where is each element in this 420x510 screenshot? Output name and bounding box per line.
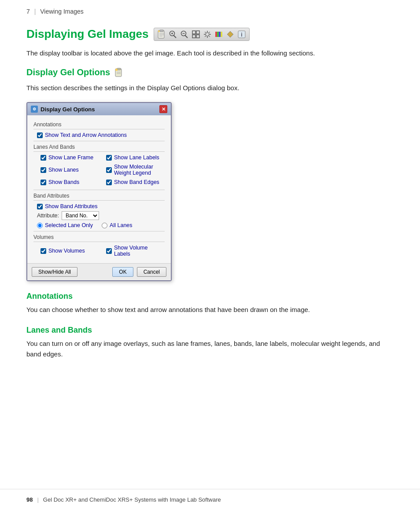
main-content: Displaying Gel Images <box>0 19 420 489</box>
checkbox-show-lanes[interactable]: Show Lanes <box>41 164 99 176</box>
dialog-annotations-label: Annotations <box>33 121 165 129</box>
display-gel-options-description: This section describes the settings in t… <box>26 83 394 93</box>
svg-rect-35 <box>115 69 118 71</box>
checkbox-show-lane-labels[interactable]: Show Lane Labels <box>106 154 165 161</box>
divider-2 <box>33 190 165 190</box>
radio-selected-lane-label[interactable]: Selected Lane Only <box>37 222 93 228</box>
svg-rect-26 <box>215 32 217 37</box>
footer-page-number: 98 <box>26 496 33 503</box>
breadcrumb-sep: | <box>34 8 36 15</box>
show-volume-labels-checkbox[interactable] <box>106 248 112 254</box>
toolbar-icon-brightness[interactable] <box>203 29 212 39</box>
display-gel-options-heading-row: Display Gel Options <box>26 67 394 77</box>
toolbar-icon-paint[interactable] <box>225 29 235 39</box>
radio-selected-lane[interactable] <box>37 223 43 228</box>
checkbox-show-lane-frame[interactable]: Show Lane Frame <box>41 154 99 161</box>
attribute-row: Attribute: Band No. Rf MW <box>37 211 165 220</box>
show-band-attributes-label: Show Band Attributes <box>45 203 98 209</box>
attribute-label-text: Attribute: <box>37 213 59 219</box>
svg-rect-15 <box>192 35 195 38</box>
show-lanes-checkbox[interactable] <box>41 167 46 173</box>
svg-line-23 <box>209 36 210 37</box>
checkbox-show-bands[interactable]: Show Bands <box>41 179 99 185</box>
svg-rect-28 <box>219 32 221 37</box>
checkbox-show-band-edges[interactable]: Show Band Edges <box>106 179 165 185</box>
svg-rect-27 <box>217 32 219 37</box>
cancel-button[interactable]: Cancel <box>137 267 166 277</box>
show-text-annotations-checkbox[interactable] <box>37 132 43 138</box>
intro-text: The display toolbar is located above the… <box>26 48 394 59</box>
dialog-ok-cancel-group: OK Cancel <box>112 267 166 277</box>
ok-button[interactable]: OK <box>112 267 133 277</box>
dialog-body: Annotations Show Text and Arrow Annotati… <box>27 115 171 263</box>
svg-line-25 <box>205 36 206 37</box>
radio-all-lanes-label[interactable]: All Lanes <box>102 222 132 228</box>
lanes-bands-checkboxes: Show Lane Frame Show Lane Labels Show La… <box>37 154 165 187</box>
checkbox-show-volume-labels[interactable]: Show Volume Labels <box>106 245 165 257</box>
toolbar-icon-zoom-out[interactable] <box>180 29 189 39</box>
svg-point-17 <box>206 33 209 36</box>
checkbox-show-mw-legend[interactable]: Show Molecular Weight Legend <box>106 164 165 176</box>
svg-line-11 <box>185 35 188 38</box>
volumes-checkboxes: Show Volumes Show Volume Labels <box>37 245 165 259</box>
dialog-lanes-bands-label: Lanes And Bands <box>33 144 165 152</box>
show-band-attributes-checkbox[interactable] <box>37 204 43 209</box>
svg-marker-30 <box>227 31 233 37</box>
breadcrumb-chapter: 7 <box>26 8 30 15</box>
dialog-footer: Show/Hide All OK Cancel <box>27 263 171 280</box>
annotations-subheading: Annotations <box>26 292 394 301</box>
display-gel-options-title: Display Gel Options <box>26 67 110 77</box>
dialog-wrapper: ⚙ Display Gel Options ✕ Annotations Show… <box>26 102 394 281</box>
attribute-select[interactable]: Band No. Rf MW <box>62 211 99 220</box>
footer-text: Gel Doc XR+ and ChemiDoc XRS+ Systems wi… <box>43 496 221 503</box>
svg-rect-29 <box>221 32 222 37</box>
show-hide-all-button[interactable]: Show/Hide All <box>32 267 77 277</box>
svg-rect-34 <box>117 68 121 70</box>
toolbar-icon-info[interactable]: i <box>237 29 247 39</box>
lanes-bands-text: You can turn on or off any image overlay… <box>26 338 394 360</box>
show-bands-checkbox[interactable] <box>41 180 46 185</box>
show-text-annotations-label: Show Text and Arrow Annotations <box>45 132 127 138</box>
svg-rect-5 <box>158 30 160 32</box>
dialog-titlebar: ⚙ Display Gel Options ✕ <box>27 103 171 115</box>
dialog-title-text: Display Gel Options <box>41 106 95 113</box>
divider-1 <box>33 141 165 141</box>
display-toolbar-strip: i <box>154 28 250 41</box>
dialog-title-icon: ⚙ <box>31 106 38 113</box>
svg-rect-1 <box>160 30 163 32</box>
radio-all-lanes[interactable] <box>102 223 107 228</box>
svg-rect-16 <box>196 35 199 38</box>
show-volumes-checkbox[interactable] <box>41 248 46 254</box>
dialog-band-attributes-label: Band Attributes <box>33 193 165 201</box>
page-footer: 98 | Gel Doc XR+ and ChemiDoc XRS+ Syste… <box>0 489 420 510</box>
main-section-heading: Displaying Gel Images <box>26 27 394 41</box>
display-gel-options-dialog: ⚙ Display Gel Options ✕ Annotations Show… <box>26 102 172 281</box>
display-gel-options-icon <box>114 68 124 77</box>
show-mw-legend-checkbox[interactable] <box>106 167 112 173</box>
toolbar-icon-gel <box>157 29 166 39</box>
show-lane-labels-checkbox[interactable] <box>106 155 112 161</box>
breadcrumb: 7 | Viewing Images <box>0 0 420 19</box>
checkbox-show-text-annotations[interactable]: Show Text and Arrow Annotations <box>37 132 165 138</box>
svg-rect-14 <box>196 31 199 34</box>
svg-rect-13 <box>192 31 195 34</box>
svg-line-22 <box>205 32 206 33</box>
checkbox-show-band-attributes[interactable]: Show Band Attributes <box>37 203 165 209</box>
toolbar-icon-fit[interactable] <box>191 29 201 39</box>
toolbar-icon-zoom-in[interactable] <box>168 29 178 39</box>
show-band-edges-checkbox[interactable] <box>106 180 112 185</box>
lanes-bands-subheading: Lanes and Bands <box>26 326 394 335</box>
show-lane-frame-checkbox[interactable] <box>41 155 46 161</box>
toolbar-icon-color-palette[interactable] <box>214 29 224 39</box>
svg-text:i: i <box>241 32 243 38</box>
divider-3 <box>33 231 165 231</box>
radio-row: Selected Lane Only All Lanes <box>37 222 165 228</box>
dialog-titlebar-left: ⚙ Display Gel Options <box>31 106 95 113</box>
footer-separator: | <box>37 496 38 503</box>
svg-line-7 <box>173 35 176 38</box>
svg-line-24 <box>209 32 210 33</box>
main-section-title: Displaying Gel Images <box>26 27 148 41</box>
dialog-volumes-label: Volumes <box>33 234 165 242</box>
checkbox-show-volumes[interactable]: Show Volumes <box>41 245 99 257</box>
dialog-close-button[interactable]: ✕ <box>159 105 167 113</box>
